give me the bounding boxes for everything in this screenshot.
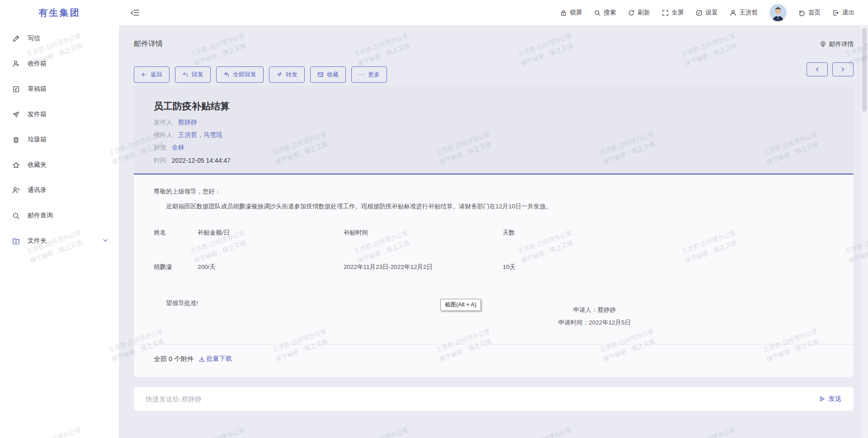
- button-label: 转发: [286, 71, 297, 79]
- scrollbar-track[interactable]: [861, 26, 868, 438]
- favorite-button[interactable]: 收藏: [310, 66, 346, 83]
- time-label: 时间: [154, 156, 166, 165]
- cell-name: 胡鹏濠: [154, 237, 198, 271]
- paper-plane-icon: [12, 111, 20, 118]
- page-head: 邮件详情 邮件详情: [134, 39, 854, 49]
- sidebar-item-label: 收藏夹: [28, 161, 47, 169]
- sidebar-item-trash[interactable]: 垃圾箱: [0, 127, 119, 152]
- cell-days: 10天: [503, 237, 832, 271]
- topbar-label: 王洪哲: [740, 9, 758, 17]
- settings-button[interactable]: 设置: [696, 9, 718, 17]
- applicant-name: 蔡静静: [598, 306, 616, 313]
- sidebar-item-label: 收件箱: [28, 60, 47, 68]
- fullscreen-button[interactable]: 全屏: [662, 9, 684, 17]
- cc-contact[interactable]: 全林: [172, 144, 184, 152]
- fullscreen-icon: [662, 9, 669, 16]
- prev-mail-button[interactable]: [807, 62, 828, 76]
- next-mail-button[interactable]: [832, 62, 854, 76]
- folder-plus-icon: [12, 237, 20, 245]
- breadcrumb-label: 邮件详情: [829, 40, 854, 48]
- sidebar-item-compose[interactable]: 写信: [0, 26, 119, 51]
- cell-period: 2022年11月23日-2022年12月2日: [344, 237, 503, 271]
- reply-all-button[interactable]: 全部回复: [216, 66, 264, 83]
- sidebar-item-label: 文件夹: [28, 237, 47, 245]
- download-icon: [198, 356, 205, 363]
- mail-time-row: 时间 2022-12-05 14:44:47: [154, 156, 834, 165]
- forward-icon: [276, 71, 283, 78]
- sidebar-item-label: 发件箱: [28, 110, 47, 118]
- sidebar-item-contacts[interactable]: 通讯录: [0, 178, 119, 203]
- sidebar-nav: 写信 收件箱 草稿箱 发件箱 垃圾箱 收藏夹: [0, 26, 119, 254]
- back-button[interactable]: 返回: [134, 66, 170, 83]
- col-amount: 补贴金额/日: [198, 229, 344, 237]
- sidebar-item-sent[interactable]: 发件箱: [0, 102, 119, 127]
- screenshot-tooltip: 截图(Alt + A): [440, 299, 481, 311]
- mail-body: 尊敬的上级领导，您好： 近期福田区数据团队成员胡鹏濠被抽调沙头街道参加疫情数据处…: [134, 174, 854, 344]
- chevron-left-icon: [815, 67, 820, 72]
- to-contacts[interactable]: 王洪哲，马雪瑶: [178, 131, 222, 139]
- search-icon: [594, 9, 601, 16]
- sidebar-item-folders[interactable]: 文件夹: [0, 228, 119, 254]
- mail-pager: [807, 62, 854, 76]
- scrollbar-thumb[interactable]: [862, 28, 867, 112]
- mail-closing: 望领导批准!: [154, 299, 834, 307]
- applicant-line: 申请人：蔡静静: [513, 304, 676, 316]
- user-receive-icon: [12, 60, 20, 68]
- apply-time-value: 2022年12月5日: [589, 319, 631, 326]
- chevron-down-icon[interactable]: [103, 237, 108, 245]
- reply-all-icon: [223, 71, 230, 78]
- attachments-summary: 全部 0 个附件: [154, 355, 194, 363]
- col-period: 补贴时间: [344, 229, 503, 237]
- topbar-label: 设置: [706, 9, 718, 17]
- from-contact[interactable]: 蔡静静: [178, 118, 197, 127]
- mail-time: 2022-12-05 14:44:47: [172, 157, 231, 164]
- main-area: 锁屏 搜索 刷新 全屏 设置: [119, 0, 868, 438]
- more-button[interactable]: 更多: [351, 66, 387, 83]
- app-root: 有生集团 写信 收件箱 草稿箱 发件箱 垃圾箱: [0, 0, 868, 438]
- sidebar: 有生集团 写信 收件箱 草稿箱 发件箱 垃圾箱: [0, 0, 119, 438]
- sidebar-item-label: 邮件查询: [28, 212, 53, 220]
- chevron-right-icon: [840, 67, 845, 72]
- reply-button[interactable]: 回复: [175, 66, 211, 83]
- user-list-icon: [12, 187, 20, 194]
- quick-send-bar: 发送: [134, 387, 854, 411]
- collapse-sidebar-icon[interactable]: [131, 9, 139, 16]
- mail-paragraph: 近期福田区数据团队成员胡鹏濠被抽调沙头街道参加疫情数据处理工作。现根据防疫补贴标…: [154, 202, 834, 212]
- mail-from-row: 发件人 蔡静静: [154, 118, 834, 127]
- logout-button[interactable]: 退出: [832, 9, 854, 17]
- applicant-label: 申请人：: [573, 306, 598, 313]
- quick-send-input[interactable]: [146, 395, 819, 403]
- mail-star-icon: [317, 71, 324, 78]
- home-button[interactable]: 首页: [798, 9, 821, 17]
- refresh-button[interactable]: 刷新: [628, 9, 650, 17]
- current-user-button[interactable]: 王洪哲: [730, 9, 758, 17]
- apply-time-line: 申请时间：2022年12月5日: [513, 316, 676, 329]
- batch-download-link[interactable]: 批量下载: [198, 355, 232, 363]
- send-button[interactable]: 发送: [819, 395, 842, 403]
- breadcrumb: 邮件详情: [820, 40, 854, 48]
- cc-label: 抄送: [154, 144, 166, 152]
- lock-icon: [560, 9, 567, 16]
- sidebar-item-favorites[interactable]: 收藏夹: [0, 152, 119, 178]
- topbar: 锁屏 搜索 刷新 全屏 设置: [119, 0, 868, 26]
- star-icon: [12, 161, 20, 169]
- mail-subject: 员工防疫补贴结算: [154, 100, 834, 113]
- sidebar-item-drafts[interactable]: 草稿箱: [0, 76, 119, 102]
- search-button[interactable]: 搜索: [594, 9, 616, 17]
- col-days: 天数: [503, 229, 832, 237]
- mail-cc-row: 抄送 全林: [154, 144, 834, 152]
- pencil-icon: [12, 35, 20, 42]
- mail-toolbar: 返回 回复 全部回复 转发: [134, 66, 854, 83]
- content-area: 邮件详情 邮件详情 返回 回复: [119, 26, 868, 438]
- forward-button[interactable]: 转发: [269, 66, 305, 83]
- sidebar-item-mail-search[interactable]: 邮件查询: [0, 203, 119, 228]
- page-title: 邮件详情: [134, 39, 163, 49]
- topbar-label: 刷新: [638, 9, 650, 17]
- lock-screen-button[interactable]: 锁屏: [560, 9, 582, 17]
- button-label: 收藏: [327, 71, 339, 79]
- sidebar-item-label: 草稿箱: [28, 85, 47, 93]
- sidebar-item-inbox[interactable]: 收件箱: [0, 51, 119, 76]
- avatar[interactable]: [769, 4, 787, 21]
- batch-download-label: 批量下载: [207, 355, 232, 363]
- mail-to-row: 收件人 王洪哲，马雪瑶: [154, 131, 834, 139]
